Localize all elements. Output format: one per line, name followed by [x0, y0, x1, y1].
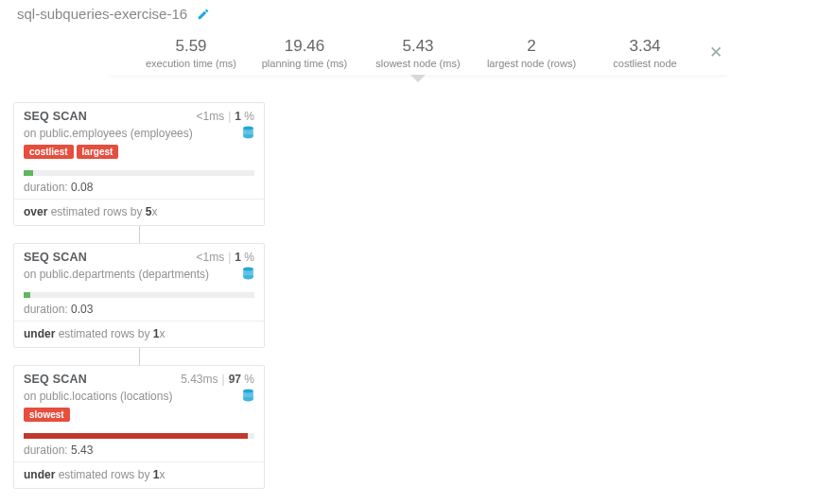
plan-node-card[interactable]: SEQ SCAN<1ms|1 %on public.employees (emp…	[13, 102, 265, 226]
estimate-row: under estimated rows by 1x	[14, 322, 264, 347]
stat-label: execution time (ms)	[144, 58, 238, 69]
database-icon	[242, 126, 254, 140]
relation-text: on public.departments (departments)	[24, 268, 209, 281]
stat-costliest-node: 3.34 costliest node	[598, 37, 692, 69]
stat-execution-time: 5.59 execution time (ms)	[144, 37, 238, 69]
edit-icon[interactable]	[197, 8, 210, 21]
stat-label: costliest node	[598, 58, 692, 69]
plan-nodes: SEQ SCAN<1ms|1 %on public.employees (emp…	[0, 102, 265, 489]
stat-value: 5.43	[371, 37, 465, 56]
page-title: sql-subqueries-exercise-16	[17, 6, 187, 22]
stat-value: 3.34	[598, 37, 692, 56]
estimate-row: under estimated rows by 1x	[14, 462, 264, 488]
duration-row: duration: 0.08	[14, 176, 264, 200]
relation-text: on public.locations (locations)	[24, 390, 172, 403]
node-connector	[139, 348, 140, 365]
stat-label: largest node (rows)	[484, 58, 579, 69]
tag-largest: largest	[77, 145, 119, 159]
stat-value: 2	[484, 37, 579, 56]
operation-name: SEQ SCAN	[24, 251, 87, 264]
time-pct: <1ms|1 %	[196, 110, 254, 123]
time-pct: 5.43ms|97 %	[181, 373, 254, 386]
operation-name: SEQ SCAN	[24, 373, 87, 386]
svg-point-2	[243, 390, 253, 393]
svg-point-1	[243, 268, 253, 271]
time-pct: <1ms|1 %	[196, 251, 254, 264]
stat-planning-time: 19.46 planning time (ms)	[257, 37, 352, 69]
svg-point-0	[243, 127, 253, 130]
estimate-row: over estimated rows by 5x	[14, 200, 264, 225]
stats-bar: 5.59 execution time (ms) 19.46 planning …	[106, 29, 730, 76]
stat-value: 5.59	[144, 37, 238, 56]
plan-node-card[interactable]: SEQ SCAN5.43ms|97 %on public.locations (…	[13, 365, 265, 489]
stat-slowest-node: 5.43 slowest node (ms)	[371, 37, 465, 69]
close-icon[interactable]: ✕	[709, 43, 723, 62]
operation-name: SEQ SCAN	[24, 110, 87, 123]
tag-slowest: slowest	[24, 408, 70, 422]
stat-value: 19.46	[257, 37, 352, 56]
duration-row: duration: 0.03	[14, 298, 264, 322]
database-icon	[242, 267, 254, 281]
stat-largest-node: 2 largest node (rows)	[484, 37, 579, 69]
relation-text: on public.employees (employees)	[24, 127, 193, 140]
node-connector	[139, 226, 140, 243]
database-icon	[242, 389, 254, 403]
tags: costliestlargest	[24, 145, 254, 159]
tag-costliest: costliest	[24, 145, 74, 159]
plan-node-card[interactable]: SEQ SCAN<1ms|1 %on public.departments (d…	[13, 243, 265, 348]
duration-row: duration: 5.43	[14, 439, 264, 462]
chevron-down-icon	[410, 75, 426, 82]
tags: slowest	[24, 408, 254, 422]
stat-label: slowest node (ms)	[371, 58, 465, 69]
header: sql-subqueries-exercise-16 5.59 executio…	[0, 0, 836, 78]
stat-label: planning time (ms)	[257, 58, 352, 69]
